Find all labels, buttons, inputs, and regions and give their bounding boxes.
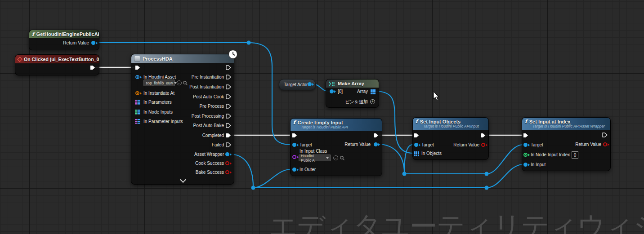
pin-in-node-inputs[interactable] bbox=[135, 110, 140, 115]
pin-exec-in[interactable] bbox=[414, 133, 419, 138]
reroute-node[interactable] bbox=[247, 41, 251, 45]
pin-pre-instantiation[interactable] bbox=[226, 75, 231, 80]
node-title: Set Input at Index bbox=[529, 119, 571, 124]
pin-bake-success[interactable] bbox=[225, 170, 232, 174]
pin-in-input[interactable] bbox=[523, 163, 530, 167]
asset-dropdown[interactable]: sop_fishlib_euw bbox=[143, 79, 175, 86]
wire-reroute5-ininput bbox=[487, 164, 523, 188]
pin-target[interactable] bbox=[292, 143, 299, 147]
pin-in-instantiate-at[interactable] bbox=[135, 91, 142, 95]
pin-in-objects[interactable] bbox=[414, 151, 419, 156]
pin-label: Pre Process bbox=[200, 104, 224, 109]
pin-post-instantiation[interactable] bbox=[226, 84, 231, 90]
add-pin-icon[interactable]: + bbox=[370, 99, 375, 104]
pin-return-value[interactable] bbox=[481, 143, 487, 147]
class-dropdown[interactable]: Houdini Public A bbox=[299, 155, 331, 161]
pin-cook-success[interactable] bbox=[225, 161, 232, 165]
pin-exec-out[interactable] bbox=[602, 132, 608, 138]
pin-exec-in[interactable] bbox=[135, 65, 140, 71]
reroute-node[interactable] bbox=[251, 186, 255, 190]
pin-label: In Node Input Index bbox=[531, 152, 570, 158]
pin-label: In Parameters bbox=[143, 100, 172, 105]
pin-exec-out[interactable] bbox=[90, 65, 95, 71]
node-title: On Clicked (ui_ExecTextButton_02) bbox=[24, 57, 99, 62]
use-selected-icon[interactable]: ← bbox=[177, 80, 182, 85]
node-header[interactable]: f Set Input at Index Target is Houdini P… bbox=[522, 118, 610, 130]
wire-reroute2-target bbox=[404, 145, 413, 174]
index-value-input[interactable]: 0 bbox=[572, 151, 578, 159]
pin-label-return-value: Return Value bbox=[63, 40, 89, 46]
pin-exec-out[interactable] bbox=[226, 65, 231, 71]
pin-return-value[interactable] bbox=[91, 41, 98, 45]
pin-label: In Instantiate At bbox=[143, 91, 174, 96]
event-icon bbox=[17, 57, 22, 62]
pin-label: Failed bbox=[212, 142, 224, 148]
node-header[interactable]: f GetHoudiniEnginePublicAPI bbox=[29, 30, 99, 38]
make-array-icon bbox=[329, 81, 335, 86]
pin-exec-out[interactable] bbox=[373, 133, 379, 138]
pin-in-node-input-index[interactable] bbox=[523, 153, 530, 157]
browse-icon[interactable] bbox=[183, 80, 188, 86]
pin-array-out[interactable] bbox=[371, 89, 376, 94]
pin-in-input-class[interactable] bbox=[292, 155, 299, 159]
pin-return-value[interactable] bbox=[603, 142, 609, 146]
pin-array-element-0[interactable] bbox=[330, 89, 336, 93]
pin-return-value[interactable] bbox=[374, 142, 380, 146]
pin-post-auto-cook[interactable] bbox=[226, 94, 231, 100]
use-selected-icon[interactable]: ← bbox=[333, 155, 338, 160]
pin-in-houdini-asset[interactable] bbox=[135, 75, 142, 79]
node-target-actor[interactable]: Target Actor bbox=[279, 79, 316, 90]
collapse-chevron-icon[interactable] bbox=[180, 177, 186, 183]
node-get-houdini-engine-public-api[interactable]: f GetHoudiniEnginePublicAPI Return Value bbox=[29, 30, 99, 50]
reroute-node[interactable] bbox=[485, 172, 489, 176]
latent-clock-icon bbox=[228, 49, 238, 59]
chevron-down-icon bbox=[326, 157, 329, 159]
pin-in-parameters[interactable] bbox=[135, 100, 140, 105]
pin-label: Post Auto Cook bbox=[193, 94, 224, 100]
pin-label: In Outer bbox=[300, 167, 316, 172]
node-header[interactable]: On Clicked (ui_ExecTextButton_02) bbox=[15, 55, 99, 63]
node-create-empty-input[interactable]: f Create Empty Input Target is Houdini P… bbox=[290, 118, 382, 176]
pin-target-actor-out[interactable] bbox=[308, 82, 314, 86]
class-dropdown-value: Houdini Public A bbox=[301, 154, 325, 163]
node-title: Make Array bbox=[338, 81, 364, 86]
pin-label: Return Value bbox=[575, 142, 601, 147]
pin-label: Return Value bbox=[453, 142, 479, 148]
node-header[interactable]: f Set Input Objects Target is Houdini Pu… bbox=[413, 118, 488, 130]
browse-icon[interactable] bbox=[340, 155, 345, 161]
pin-pre-process[interactable] bbox=[226, 104, 231, 109]
node-on-clicked[interactable]: On Clicked (ui_ExecTextButton_02) bbox=[15, 54, 99, 75]
pin-in-parameter-inputs[interactable] bbox=[135, 119, 140, 124]
pin-target[interactable] bbox=[414, 143, 420, 147]
pin-post-auto-bake[interactable] bbox=[226, 123, 231, 128]
node-header[interactable]: ProcessHDA bbox=[131, 54, 234, 63]
pin-exec-in[interactable] bbox=[523, 133, 528, 138]
pin-in-outer[interactable] bbox=[292, 168, 299, 172]
node-title: ProcessHDA bbox=[143, 56, 173, 62]
reroute-node[interactable] bbox=[485, 186, 489, 190]
pin-label: Pre Instantiation bbox=[192, 75, 224, 80]
pin-exec-in[interactable] bbox=[292, 133, 297, 138]
node-make-array[interactable]: Make Array [0] Array ピンを追加 + bbox=[326, 79, 379, 108]
node-header[interactable]: f Create Empty Input Target is Houdini P… bbox=[291, 119, 382, 131]
pin-post-processing[interactable] bbox=[226, 114, 231, 119]
node-set-input-at-index[interactable]: f Set Input at Index Target is Houdini P… bbox=[522, 117, 611, 171]
node-title: Set Input Objects bbox=[420, 119, 461, 124]
reroute-node[interactable] bbox=[402, 172, 407, 176]
blueprint-canvas[interactable]: エディタユーティリティウィジェ f GetHoudiniEnginePublic… bbox=[0, 0, 644, 234]
node-header[interactable]: Make Array bbox=[326, 79, 379, 88]
pin-completed[interactable] bbox=[226, 133, 231, 138]
pin-asset-wrapper[interactable] bbox=[225, 152, 232, 156]
pin-exec-out[interactable] bbox=[480, 133, 486, 138]
node-process-hda[interactable]: ProcessHDA In Houdini Asset sop_fishlib_… bbox=[131, 54, 234, 185]
pin-label: In Input bbox=[531, 162, 546, 168]
wire-reroute4-inouter bbox=[253, 169, 291, 188]
pin-failed[interactable] bbox=[226, 142, 231, 148]
pin-label: Post Processing bbox=[192, 114, 224, 119]
pin-target[interactable] bbox=[523, 143, 530, 147]
node-set-input-objects[interactable]: f Set Input Objects Target is Houdini Pu… bbox=[412, 117, 489, 160]
add-pin-button-label[interactable]: ピンを追加 bbox=[345, 99, 368, 105]
macro-icon bbox=[134, 56, 140, 62]
pin-label: Return Value bbox=[344, 142, 371, 147]
pin-label: Array bbox=[357, 89, 368, 94]
